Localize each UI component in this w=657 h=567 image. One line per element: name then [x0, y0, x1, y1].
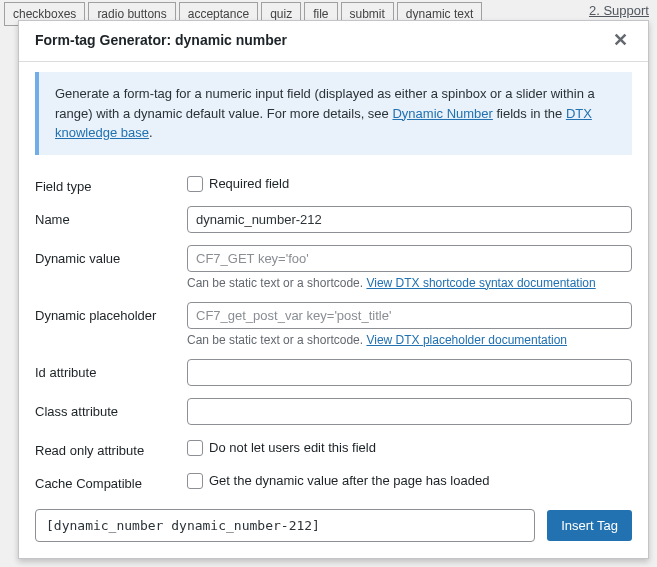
id-attribute-row: Id attribute [35, 359, 632, 386]
id-attribute-label: Id attribute [35, 359, 187, 380]
insert-tag-button[interactable]: Insert Tag [547, 510, 632, 541]
readonly-text: Do not let users edit this field [209, 440, 376, 455]
modal-header: Form-tag Generator: dynamic number ✕ [19, 21, 648, 62]
dynamic-value-label: Dynamic value [35, 245, 187, 266]
field-type-label: Field type [35, 173, 187, 194]
dynamic-placeholder-help: Can be static text or a shortcode. View … [187, 333, 632, 347]
info-text-mid: fields in the [493, 106, 566, 121]
name-label: Name [35, 206, 187, 227]
support-link[interactable]: 2. Support [589, 3, 649, 18]
readonly-checkbox[interactable] [187, 440, 203, 456]
id-attribute-input[interactable] [187, 359, 632, 386]
modal-title: Form-tag Generator: dynamic number [35, 32, 287, 48]
dynamic-placeholder-row: Dynamic placeholder Can be static text o… [35, 302, 632, 347]
dynamic-placeholder-label: Dynamic placeholder [35, 302, 187, 323]
info-box: Generate a form-tag for a numeric input … [35, 72, 632, 155]
name-row: Name [35, 206, 632, 233]
field-type-row: Field type Required field [35, 173, 632, 194]
required-label: Required field [209, 176, 289, 191]
name-input[interactable] [187, 206, 632, 233]
cache-row: Cache Compatible Get the dynamic value a… [35, 470, 632, 496]
cache-label: Cache Compatible [35, 470, 187, 491]
dynamic-placeholder-input[interactable] [187, 302, 632, 329]
class-attribute-row: Class attribute [35, 398, 632, 425]
tag-output[interactable] [35, 509, 535, 542]
close-icon: ✕ [613, 30, 628, 50]
modal-body: Generate a form-tag for a numeric input … [19, 62, 648, 495]
info-text-post: . [149, 125, 153, 140]
cache-checkbox[interactable] [187, 473, 203, 489]
dynamic-number-link[interactable]: Dynamic Number [392, 106, 492, 121]
close-button[interactable]: ✕ [609, 29, 632, 51]
dynamic-value-input[interactable] [187, 245, 632, 272]
dtx-placeholder-link[interactable]: View DTX placeholder documentation [366, 333, 567, 347]
class-attribute-label: Class attribute [35, 398, 187, 419]
readonly-label: Read only attribute [35, 437, 187, 458]
dtx-shortcode-link[interactable]: View DTX shortcode syntax documentation [366, 276, 595, 290]
class-attribute-input[interactable] [187, 398, 632, 425]
cache-text: Get the dynamic value after the page has… [209, 473, 489, 488]
modal-footer: Insert Tag [19, 495, 648, 558]
dynamic-value-help: Can be static text or a shortcode. View … [187, 276, 632, 290]
readonly-row: Read only attribute Do not let users edi… [35, 437, 632, 458]
form-tag-modal: Form-tag Generator: dynamic number ✕ Gen… [18, 20, 649, 559]
dynamic-value-row: Dynamic value Can be static text or a sh… [35, 245, 632, 290]
required-checkbox[interactable] [187, 176, 203, 192]
